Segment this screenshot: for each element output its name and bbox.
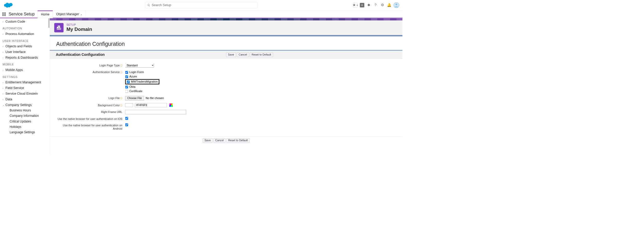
color-swatch[interactable] [125, 103, 133, 107]
app-name: Service Setup [8, 11, 37, 18]
salesforce-logo-icon [3, 2, 13, 8]
panel-title: Authentication Configuration [54, 52, 226, 57]
chevron-right-icon: › [3, 81, 5, 84]
global-actions-button[interactable]: ＋ [360, 3, 364, 7]
sidebar-item-custom-code[interactable]: ›Custom Code [0, 19, 50, 24]
checkbox[interactable] [125, 71, 128, 74]
tab-object-manager[interactable]: Object Manager⌄ [53, 11, 86, 18]
native-browser-android-label: Use the native browser for user authenti… [56, 123, 125, 130]
favorites-button[interactable]: ★▼ [353, 3, 358, 7]
sidebar-item-process-automation[interactable]: ›Process Automation [0, 31, 50, 37]
checkbox[interactable] [125, 90, 128, 93]
reset-button[interactable]: Reset to Default [250, 52, 273, 57]
chevron-right-icon: › [3, 56, 5, 59]
scrollbar-thumb[interactable] [48, 18, 50, 28]
notifications-bell-icon[interactable]: 🔔 [387, 3, 391, 7]
global-search-input[interactable] [152, 3, 255, 7]
chevron-right-icon: › [3, 87, 5, 89]
auth-option-login-form[interactable]: Login Form [125, 70, 396, 75]
background-color-input[interactable] [135, 103, 167, 107]
native-browser-ios-label: Use the native browser for user authenti… [56, 117, 125, 121]
chevron-right-icon: › [3, 33, 5, 35]
sidebar-item-language-settings[interactable]: Language Settings [0, 130, 50, 135]
sidebar-item-critical-updates[interactable]: Critical Updates [0, 119, 50, 124]
background-color-label: Background Colorⓘ [56, 103, 125, 107]
section-title: Authentication Configuration [50, 41, 403, 50]
save-button[interactable]: Save [226, 52, 236, 57]
choose-file-button[interactable]: Choose File [125, 96, 144, 101]
context-bar: Service Setup Home Object Manager⌄ [0, 11, 403, 18]
bottom-button-row: Save Cancel Reset to Default [50, 137, 403, 146]
help-icon[interactable]: ⓘ [120, 71, 122, 74]
sidebar-section-user-interface: USER INTERFACE [0, 37, 50, 43]
header-decoration [50, 18, 403, 21]
sidebar-item-holidays[interactable]: Holidays [0, 124, 50, 130]
sidebar-item-company-information[interactable]: Company Information [0, 113, 50, 119]
save-button-bottom[interactable]: Save [203, 138, 213, 143]
app-launcher-icon[interactable] [0, 11, 8, 18]
chevron-down-icon: ⌄ [80, 13, 82, 15]
help-icon[interactable]: ⓘ [120, 64, 122, 67]
panel-header: Authentication Configuration Save Cancel… [50, 51, 403, 59]
color-picker-icon[interactable] [169, 103, 173, 107]
setup-gear-icon[interactable]: ⚙ [380, 3, 385, 7]
main-content: SETUP My Domain Authentication Configura… [50, 18, 403, 155]
global-header: ★▼ ＋ ? ⚙ 🔔 [0, 0, 403, 11]
sidebar-item-field-service[interactable]: ›Field Service [0, 85, 50, 91]
chevron-right-icon: › [3, 45, 5, 48]
auth-option-certificate[interactable]: Certificate [125, 89, 396, 93]
sidebar-section-automation: AUTOMATION [0, 24, 50, 31]
salesforce-help-icon[interactable] [367, 3, 371, 7]
sidebar-item-mobile-apps[interactable]: ›Mobile Apps [0, 67, 50, 73]
login-page-type-select[interactable]: Standard [125, 63, 154, 68]
header-utility-icons: ★▼ ＋ ? ⚙ 🔔 [353, 2, 399, 8]
sidebar-item-service-cloud-einstein[interactable]: ›Service Cloud Einstein [0, 91, 50, 96]
my-domain-icon [54, 23, 63, 32]
auth-service-label: Authentication Serviceⓘ [56, 70, 125, 74]
sidebar-section-settings: SETTINGS [0, 73, 50, 79]
cancel-button-bottom[interactable]: Cancel [213, 138, 225, 143]
sidebar-section-mobile: MOBILE [0, 60, 50, 67]
checkbox[interactable] [125, 75, 128, 78]
user-avatar[interactable] [394, 2, 400, 8]
right-frame-url-label: Right Frame URL [56, 110, 125, 114]
auth-option-okta[interactable]: Okta [125, 85, 396, 89]
help-icon[interactable]: ⓘ [120, 97, 122, 100]
sidebar-item-reports-dashboards[interactable]: ›Reports & Dashboards [0, 55, 50, 60]
native-browser-android-checkbox[interactable] [125, 123, 128, 126]
checkbox[interactable] [127, 80, 130, 83]
search-icon [147, 4, 150, 6]
global-search[interactable] [145, 2, 258, 8]
sidebar-item-business-hours[interactable]: Business Hours [0, 108, 50, 113]
cancel-button[interactable]: Cancel [237, 52, 249, 57]
header-sub-decoration [50, 35, 403, 36]
setup-tree[interactable]: ›Custom Code AUTOMATION ›Process Automat… [0, 18, 50, 155]
chevron-right-icon: › [3, 92, 5, 95]
reset-button-bottom[interactable]: Reset to Default [226, 138, 250, 143]
auth-option-azure[interactable]: Azure [125, 74, 396, 79]
page-header: SETUP My Domain [50, 20, 403, 35]
native-browser-ios-checkbox[interactable] [125, 117, 128, 120]
auth-option-mwtradersmigration[interactable]: MWTradersMigration [125, 79, 159, 85]
chevron-right-icon: › [3, 20, 5, 23]
sidebar-item-company-settings[interactable]: ⌄Company Settings [0, 102, 50, 108]
help-icon[interactable]: ? [373, 3, 378, 7]
auth-service-options: Login Form Azure MWTradersMigration Okta… [125, 70, 396, 94]
file-status-text: No file chosen [146, 96, 164, 100]
checkbox[interactable] [125, 85, 128, 88]
chevron-down-icon: ⌄ [3, 104, 5, 106]
chevron-right-icon: › [3, 98, 5, 101]
chevron-right-icon: › [3, 69, 5, 71]
page-title: My Domain [67, 26, 92, 32]
help-icon[interactable]: ⓘ [120, 104, 122, 107]
sidebar-item-objects-fields[interactable]: ›Objects and Fields [0, 43, 50, 49]
page-eyebrow: SETUP [67, 23, 92, 27]
right-frame-url-input[interactable] [125, 110, 186, 114]
sidebar-item-data[interactable]: ›Data [0, 96, 50, 102]
form-body: Login Page Typeⓘ Standard Authentication… [50, 59, 403, 137]
login-page-type-label: Login Page Typeⓘ [56, 63, 125, 67]
sidebar-item-user-interface[interactable]: ›User Interface [0, 49, 50, 55]
tab-home[interactable]: Home [37, 11, 53, 18]
sidebar-item-entitlement-management[interactable]: ›Entitlement Management [0, 79, 50, 85]
chevron-right-icon: › [3, 51, 5, 53]
